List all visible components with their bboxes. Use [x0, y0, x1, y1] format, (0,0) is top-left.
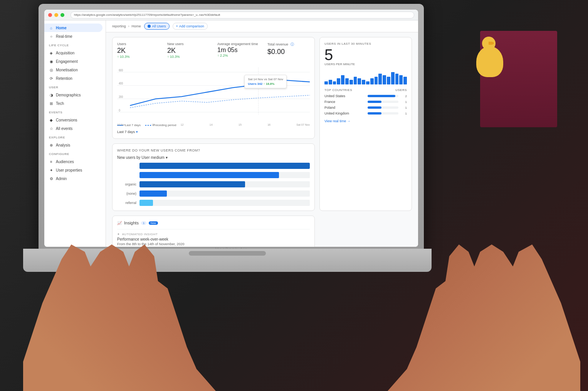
sidebar-label-tech: Tech — [56, 101, 64, 106]
chart-x-labels: 10 Nov 11 12 14 15 16 Sat 07 Nov — [117, 123, 310, 126]
hbar-fill-referral — [139, 200, 153, 206]
hbar-row-organic: organic — [117, 181, 310, 187]
insight-count-badge: 1 — [141, 221, 146, 225]
sidebar-item-engagement[interactable]: ◉ Engagement — [44, 57, 102, 66]
new-users-section-title: WHERE DO YOUR NEW USERS COME FROM? — [117, 148, 310, 152]
mini-bar-1 — [324, 81, 328, 84]
svg-text:600: 600 — [119, 68, 123, 72]
sidebar-section-configure: CONFIGURE — [44, 149, 106, 157]
hbar-row-1 — [117, 163, 310, 169]
mini-bar-13 — [375, 77, 378, 84]
sidebar-item-analysis[interactable]: ⊕ Analysis — [44, 141, 102, 149]
hbar-track-organic — [139, 181, 310, 187]
realtime-card: USERS IN LAST 30 MINUTES 5 USERS PER MIN… — [319, 37, 412, 211]
all-users-filter[interactable]: All Users — [144, 23, 170, 30]
browser-url-bar[interactable]: https://analytics.google.com/analytics/w… — [71, 12, 414, 19]
browser-min-dot[interactable] — [54, 13, 58, 17]
sidebar-item-audiences[interactable]: ≡ Audiences — [44, 157, 102, 166]
hbar-track-none — [139, 190, 310, 197]
x-label-1: 10 Nov — [117, 123, 126, 126]
sidebar-item-allevents[interactable]: ☆ All events — [44, 124, 102, 133]
mini-bar-8 — [354, 77, 357, 84]
screen-content: https://analytics.google.com/analytics/w… — [44, 10, 418, 247]
laptop-base — [23, 249, 432, 272]
revenue-info-icon[interactable]: ⓘ — [291, 42, 294, 46]
avg-engagement-change: 2.2% — [217, 54, 260, 57]
date-dropdown-icon[interactable]: ▾ — [136, 130, 138, 134]
new-users-value: 2K — [167, 47, 210, 55]
sidebar: ⌂ Home ○ Real-time LIFE CYCLE ◈ Acquisit… — [44, 20, 106, 247]
insights-card: 📈 Insights 1 New ✦ AUTOMATED INSIGHT — [112, 216, 315, 247]
top-bar: reporting › Home All Users + Add compari… — [106, 20, 418, 32]
horizontal-bar-chart: organic (none) — [117, 163, 310, 206]
country-bar-fr — [368, 101, 381, 103]
country-row-us: United States 2 — [324, 94, 407, 98]
sidebar-item-realtime[interactable]: ○ Real-time — [44, 32, 102, 40]
chart-svg: 600 400 200 0 — [117, 63, 310, 121]
sidebar-label-demographics: Demographics — [56, 93, 81, 97]
hbar-fill-none — [139, 190, 167, 197]
sidebar-item-tech[interactable]: ⊞ Tech — [44, 99, 102, 108]
avg-engagement-label: Average engagement time — [217, 42, 260, 46]
breadcrumb-separator: › — [128, 24, 129, 28]
country-row-pl: Poland 1 — [324, 106, 407, 110]
sidebar-label-realtime: Real-time — [56, 34, 72, 39]
hbar-track-referral — [139, 200, 310, 206]
date-selector[interactable]: Last 7 days ▾ — [117, 130, 310, 134]
view-realtime-link[interactable]: View real time → — [324, 119, 407, 123]
analysis-icon: ⊕ — [49, 143, 54, 147]
country-row-fr: France 1 — [324, 100, 407, 104]
users-label: Users — [117, 42, 160, 46]
bar-chart-title[interactable]: New users by User medium ▾ — [117, 155, 310, 160]
sidebar-item-demographics[interactable]: ◑ Demographics — [44, 91, 102, 99]
country-bar-us — [368, 95, 395, 97]
mini-bar-4 — [337, 78, 340, 84]
browser-bar: https://analytics.google.com/analytics/w… — [44, 10, 418, 20]
sidebar-item-userprops[interactable]: ✦ User properties — [44, 166, 102, 174]
countries-header: TOP COUNTRIES USERS — [324, 88, 407, 92]
mini-bar-7 — [349, 80, 353, 84]
sidebar-item-conversions[interactable]: ◆ Conversions — [44, 116, 102, 124]
sidebar-item-home[interactable]: ⌂ Home — [44, 24, 102, 32]
reporting-label: reporting — [112, 24, 126, 28]
add-comparison-button[interactable]: + Add comparison — [173, 23, 208, 30]
svg-text:200: 200 — [119, 95, 123, 99]
mini-bar-20 — [403, 77, 407, 84]
breadcrumb-home: Home — [132, 24, 141, 28]
sidebar-section-user: USER — [44, 83, 106, 91]
insights-chart-icon: 📈 — [117, 221, 122, 225]
retention-icon: ⟳ — [49, 76, 54, 81]
sidebar-section-events: EVENTS — [44, 108, 106, 116]
sidebar-item-acquisition[interactable]: ◈ Acquisition — [44, 49, 102, 57]
country-count-fr: 1 — [401, 100, 407, 104]
line-chart: 600 400 200 0 — [117, 63, 310, 121]
hbar-fill-organic — [139, 181, 245, 187]
hbar-row-2 — [117, 172, 310, 178]
new-users-card: WHERE DO YOUR NEW USERS COME FROM? New u… — [112, 143, 315, 211]
hbar-fill-2 — [139, 172, 279, 178]
sidebar-label-home: Home — [56, 26, 67, 30]
sidebar-item-monetisation[interactable]: ◎ Monetisation — [44, 66, 102, 74]
browser-max-dot[interactable] — [60, 13, 64, 17]
userprops-icon: ✦ — [49, 168, 54, 172]
x-label-4: 14 — [210, 123, 213, 126]
sidebar-item-retention[interactable]: ⟳ Retention — [44, 74, 102, 83]
x-label-7: Sat 07 Nov — [296, 123, 310, 126]
reporting-breadcrumb: reporting › Home — [112, 24, 141, 28]
new-users-metric: New users 2K 10.3% — [167, 42, 210, 59]
browser-close-dot[interactable] — [48, 13, 52, 17]
x-label-2: 11 — [152, 123, 155, 126]
tooltip-date: Sat 14 Nov vs Sat 07 Nov — [248, 78, 283, 81]
new-users-change: 10.3% — [167, 55, 210, 59]
x-label-6: 16 — [267, 123, 270, 126]
mini-bar-17 — [391, 72, 395, 84]
admin-icon: ⚙ — [49, 176, 54, 181]
conversions-icon: ◆ — [49, 118, 54, 122]
sidebar-item-admin[interactable]: ⚙ Admin — [44, 174, 102, 183]
all-users-dot — [148, 25, 151, 28]
svg-text:400: 400 — [119, 81, 123, 85]
chart-tooltip: Sat 14 Nov vs Sat 07 Nov Users 342 ↑ 18.… — [244, 75, 287, 88]
url-text: https://analytics.google.com/analytics/w… — [74, 13, 220, 17]
demographics-icon: ◑ — [49, 93, 54, 97]
duck-figurine — [476, 46, 503, 77]
